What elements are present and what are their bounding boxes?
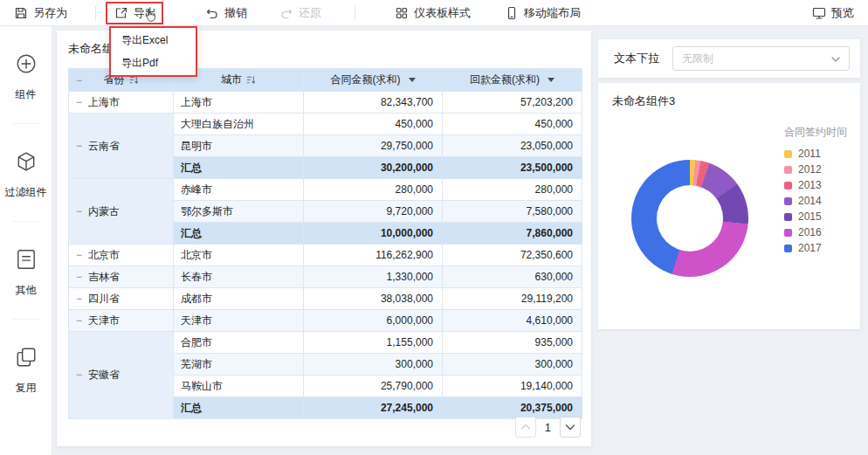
legend-label: 2014 [798, 196, 822, 206]
collapse-all-icon[interactable]: − [76, 74, 82, 86]
preview-button[interactable]: 预览 [812, 0, 854, 26]
city-cell: 天津市 [174, 310, 304, 332]
dashboard-style-button[interactable]: 仪表板样式 [395, 0, 471, 26]
chevron-down-icon [831, 57, 840, 63]
legend-swatch [784, 150, 792, 158]
contract-cell: 116,262,900 [304, 245, 443, 266]
city-cell: 汇总 [174, 223, 304, 245]
legend-swatch [784, 182, 792, 190]
text-dropdown-label: 文本下拉 [614, 51, 659, 66]
table-row: −上海市上海市82,343,70057,203,200 [69, 92, 582, 114]
chart-widget-title: 未命名组件3 [612, 93, 675, 109]
collapse-group-icon[interactable]: − [76, 271, 82, 283]
collapse-group-icon[interactable]: − [76, 96, 82, 108]
sidebar-item-reuse[interactable]: 复用 [0, 320, 52, 417]
donut-chart[interactable] [631, 160, 748, 277]
table-row: −四川省成都市38,038,00029,119,200 [69, 288, 582, 310]
document-icon [15, 248, 38, 271]
sort-icon[interactable] [246, 75, 256, 85]
legend-item[interactable]: 2014 [784, 196, 847, 206]
phone-icon [505, 6, 519, 20]
province-cell: −安徽省 [69, 332, 174, 419]
legend-item[interactable]: 2011 [784, 148, 847, 159]
city-cell: 上海市 [174, 92, 304, 114]
payment-cell: 19,140,000 [443, 376, 582, 397]
contract-cell: 1,330,000 [304, 266, 443, 288]
contract-cell: 82,343,700 [304, 92, 443, 114]
legend-label: 2013 [798, 180, 822, 190]
export-menu-item[interactable]: 导出Excel [111, 29, 196, 52]
redo-label: 还原 [299, 5, 321, 21]
city-cell: 大理白族自治州 [174, 114, 304, 135]
table-row: −天津市天津市6,000,0004,610,000 [69, 310, 582, 332]
export-label: 导出 [134, 5, 156, 21]
collapse-group-icon[interactable]: − [76, 205, 82, 217]
page-up-button[interactable] [515, 417, 536, 438]
page-down-button[interactable] [560, 417, 581, 438]
province-cell: −云南省 [69, 114, 174, 179]
sidebar-item-components[interactable]: 组件 [0, 26, 52, 124]
column-dropdown-icon[interactable] [409, 78, 416, 86]
city-cell: 昆明市 [174, 135, 304, 157]
collapse-group-icon[interactable]: − [76, 369, 82, 381]
mobile-layout-label: 移动端布局 [524, 5, 581, 21]
table-row: −云南省大理白族自治州450,000450,000 [69, 114, 582, 135]
export-button[interactable]: 导出 [114, 0, 156, 26]
payment-cell: 935,000 [443, 332, 582, 354]
grid-icon [395, 6, 409, 20]
undo-button[interactable]: 撤销 [205, 0, 247, 26]
legend-item[interactable]: 2012 [784, 164, 847, 175]
circle-plus-icon [15, 52, 38, 75]
legend-item[interactable]: 2015 [784, 211, 847, 222]
column-label: 合同金额(求和) [331, 72, 401, 87]
contract-cell: 280,000 [304, 179, 443, 201]
contract-cell: 27,245,000 [304, 397, 443, 419]
preview-label: 预览 [831, 5, 854, 21]
legend-item[interactable]: 2016 [784, 227, 847, 238]
province-cell: −内蒙古 [69, 179, 174, 245]
table-row: −内蒙古赤峰市280,000280,000 [69, 179, 582, 201]
donut-hole [657, 185, 723, 252]
legend-item[interactable]: 2017 [784, 243, 847, 253]
save-icon [14, 6, 28, 20]
undo-label: 撤销 [224, 5, 247, 21]
text-dropdown-select[interactable]: 无限制 [672, 46, 850, 71]
export-icon [114, 6, 128, 20]
sidebar-item-label: 组件 [16, 87, 37, 102]
legend-label: 2012 [798, 164, 822, 175]
dashboard-style-label: 仪表板样式 [414, 5, 471, 21]
collapse-group-icon[interactable]: − [76, 249, 82, 261]
column-header-contract[interactable]: 合同金额(求和) [304, 69, 443, 92]
payment-cell: 72,350,600 [443, 245, 582, 266]
payment-cell: 23,050,000 [443, 135, 582, 157]
payment-cell: 29,119,200 [443, 288, 582, 310]
contract-cell: 30,200,000 [304, 157, 443, 179]
legend-label: 2017 [798, 243, 822, 253]
chart-widget: 未命名组件3 合同签约时间 20112012201320142015201620… [598, 83, 860, 329]
legend-item[interactable]: 2013 [784, 180, 847, 190]
sidebar-item-filter-components[interactable]: 过滤组件 [0, 124, 52, 222]
column-dropdown-icon[interactable] [548, 78, 555, 86]
payment-cell: 57,203,200 [443, 92, 582, 114]
collapse-group-icon[interactable]: − [76, 140, 82, 152]
collapse-group-icon[interactable]: − [76, 293, 82, 305]
redo-button[interactable]: 还原 [279, 0, 321, 26]
payment-cell: 630,000 [443, 266, 582, 288]
save-as-button[interactable]: 另存为 [14, 0, 67, 26]
column-header-payment[interactable]: 回款金额(求和) [443, 69, 582, 92]
contract-cell: 300,000 [304, 354, 443, 376]
sidebar-item-others[interactable]: 其他 [0, 222, 52, 320]
export-menu-item[interactable]: 导出Pdf [111, 52, 196, 74]
undo-icon [205, 6, 219, 20]
sidebar-item-label: 过滤组件 [5, 185, 47, 200]
mobile-layout-button[interactable]: 移动端布局 [505, 0, 581, 26]
city-cell: 长春市 [174, 266, 304, 288]
collapse-group-icon[interactable]: − [76, 314, 82, 327]
province-cell: −北京市 [69, 245, 174, 266]
legend-label: 2016 [798, 227, 822, 238]
toolbar: 另存为 导出 撤销 还原 仪表板样式 移动端布局 预览 [0, 0, 868, 26]
column-label: 城市 [221, 72, 242, 87]
contract-cell: 29,750,000 [304, 135, 443, 157]
payment-cell: 300,000 [443, 354, 582, 376]
table-pagination: 1 [515, 417, 581, 438]
